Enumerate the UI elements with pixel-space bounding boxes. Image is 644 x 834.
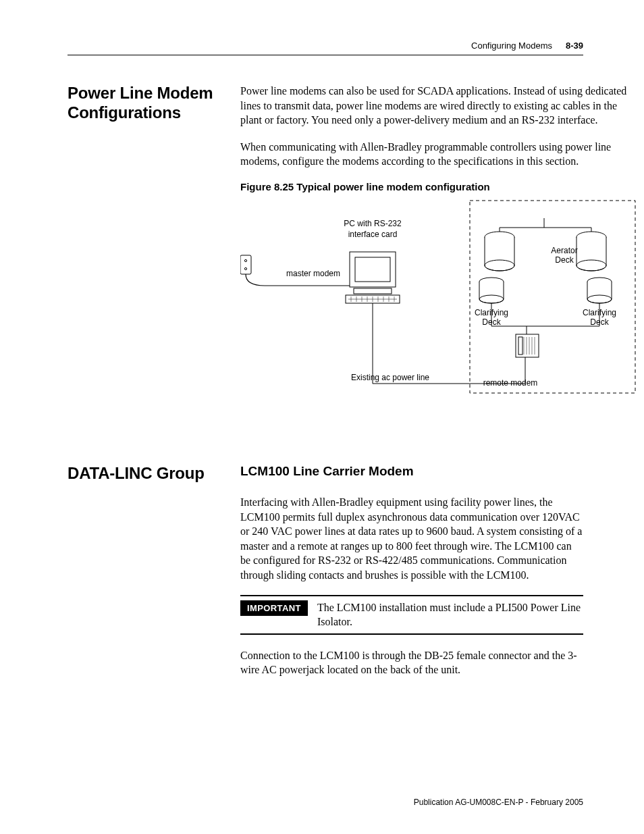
svg-rect-5 (355, 257, 390, 282)
important-callout: IMPORTANT The LCM100 installation must i… (240, 595, 583, 635)
svg-rect-21 (518, 337, 522, 355)
label-existing-ac: Existing ac power line (351, 373, 429, 382)
para-intro-2: When communicating with Allen-Bradley pr… (240, 140, 639, 169)
cylinder-top-right-icon (576, 232, 606, 271)
para-connection: Connection to the LCM100 is through the … (240, 648, 583, 677)
top-rule (68, 55, 583, 55)
label-clarify-a-1: Clarifying (475, 308, 508, 317)
side-column-2: DATA-LINC Group (68, 464, 224, 484)
label-pc-1: PC with RS-232 (344, 219, 402, 228)
label-clarify-b-2: Deck (590, 317, 609, 327)
section-data-linc-group: DATA-LINC Group LCM100 Line Carrier Mode… (68, 464, 583, 689)
label-aerator-2: Deck (555, 255, 574, 265)
side-column: Power Line Modem Configurations (68, 84, 224, 123)
content-column-2: LCM100 Line Carrier Modem Interfacing wi… (240, 464, 583, 689)
running-head: Configuring Modems 8-39 (68, 41, 583, 51)
figure-8-25: PC with RS-232 interface card master mod… (240, 198, 639, 403)
publication-footer: Publication AG-UM008C-EN-P - February 20… (414, 798, 583, 807)
subheading-lcm100: LCM100 Line Carrier Modem (240, 464, 583, 479)
cylinder-bottom-right-icon (587, 278, 612, 303)
page-number: 8-39 (566, 41, 583, 51)
label-clarify-b-1: Clarifying (583, 308, 616, 317)
para-lcm100: Interfacing with Allen-Bradley equipment… (240, 495, 583, 583)
para-intro-1: Power line modems can also be used for S… (240, 84, 639, 128)
svg-rect-1 (240, 255, 251, 274)
label-master-modem: master modem (286, 269, 340, 278)
important-flag: IMPORTANT (240, 600, 308, 616)
svg-rect-6 (354, 288, 392, 294)
running-head-title: Configuring Modems (471, 41, 552, 51)
cylinder-bottom-left-icon (479, 278, 504, 303)
label-clarify-a-2: Deck (482, 317, 501, 327)
remote-modem-icon (516, 334, 539, 357)
page: Configuring Modems 8-39 Power Line Modem… (0, 0, 644, 834)
wall-outlet-icon (240, 255, 251, 274)
figure-title: Figure 8.25 Typical power line modem con… (240, 181, 639, 192)
section-title-2: DATA-LINC Group (68, 464, 224, 484)
section-title: Power Line Modem Configurations (68, 84, 224, 123)
important-text: The LCM100 installation must include a P… (317, 600, 583, 629)
content-column: Power line modems can also be used for S… (240, 84, 639, 423)
label-aerator-1: Aerator (551, 246, 577, 255)
cylinder-top-left-icon (485, 232, 514, 271)
label-pc-2: interface card (348, 230, 398, 239)
label-remote-modem: remote modem (483, 378, 538, 388)
pc-icon (346, 252, 400, 303)
section-power-line-modem: Power Line Modem Configurations Power li… (68, 84, 583, 423)
